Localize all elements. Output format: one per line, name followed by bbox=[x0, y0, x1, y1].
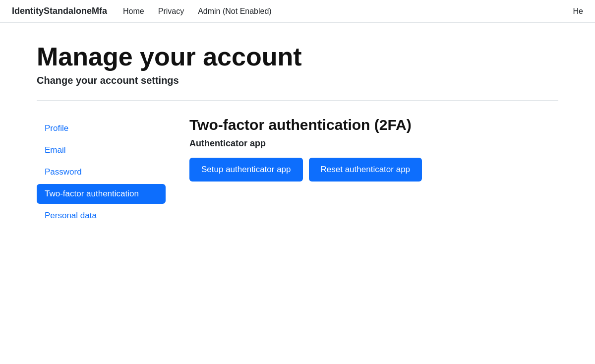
navbar-links: Home Privacy Admin (Not Enabled) bbox=[123, 7, 272, 16]
divider bbox=[37, 100, 558, 101]
section-subtitle: Authenticator app bbox=[189, 138, 558, 149]
sidebar-item-2fa[interactable]: Two-factor authentication bbox=[37, 184, 166, 204]
page-subtitle: Change your account settings bbox=[37, 75, 558, 86]
sidebar-item-personal-data[interactable]: Personal data bbox=[37, 206, 166, 226]
content-area: Two-factor authentication (2FA) Authenti… bbox=[166, 117, 558, 182]
navbar-link-admin[interactable]: Admin (Not Enabled) bbox=[198, 7, 272, 16]
page-title: Manage your account bbox=[37, 43, 558, 71]
navbar-right: He bbox=[573, 7, 583, 16]
section-title: Two-factor authentication (2FA) bbox=[189, 117, 558, 133]
reset-authenticator-button[interactable]: Reset authenticator app bbox=[309, 158, 422, 182]
sidebar-item-profile[interactable]: Profile bbox=[37, 119, 166, 138]
content-layout: Profile Email Password Two-factor authen… bbox=[37, 117, 558, 226]
main-container: Manage your account Change your account … bbox=[25, 23, 570, 255]
navbar-brand[interactable]: IdentityStandaloneMfa bbox=[12, 6, 107, 16]
sidebar: Profile Email Password Two-factor authen… bbox=[37, 117, 166, 226]
setup-authenticator-button[interactable]: Setup authenticator app bbox=[189, 158, 303, 182]
button-row: Setup authenticator app Reset authentica… bbox=[189, 158, 558, 182]
navbar-link-privacy[interactable]: Privacy bbox=[158, 7, 184, 16]
sidebar-item-password[interactable]: Password bbox=[37, 162, 166, 182]
navbar: IdentityStandaloneMfa Home Privacy Admin… bbox=[0, 0, 595, 23]
navbar-link-home[interactable]: Home bbox=[123, 7, 144, 16]
sidebar-item-email[interactable]: Email bbox=[37, 140, 166, 160]
